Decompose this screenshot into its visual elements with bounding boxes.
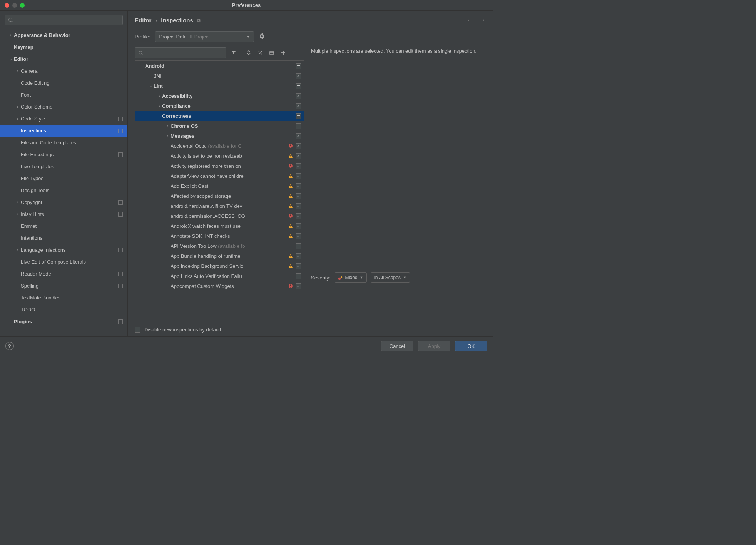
inspection-checkbox[interactable] <box>296 133 301 139</box>
remove-icon[interactable]: — <box>291 48 299 57</box>
disable-new-checkbox[interactable] <box>135 327 140 333</box>
collapse-all-icon[interactable] <box>256 48 264 57</box>
inspection-row[interactable]: AdapterView cannot have childre <box>135 171 304 181</box>
inspection-checkbox[interactable] <box>296 243 301 249</box>
sidebar-item-label: Plugins <box>14 319 32 324</box>
inspection-row[interactable]: Appcompat Custom Widgets <box>135 281 304 291</box>
sidebar-item[interactable]: Code Editing <box>0 77 127 89</box>
sidebar-item[interactable]: TextMate Bundles <box>0 292 127 304</box>
sidebar-item[interactable]: Font <box>0 89 127 101</box>
inspection-row[interactable]: Affected by scoped storage <box>135 191 304 201</box>
inspection-row[interactable]: ›Messages <box>135 131 304 141</box>
sidebar-tree[interactable]: ›Appearance & BehaviorKeymap⌄Editor›Gene… <box>0 29 127 336</box>
inspection-checkbox[interactable] <box>296 283 301 289</box>
inspection-row[interactable]: ⌄Lint <box>135 81 304 91</box>
inspection-checkbox[interactable] <box>296 253 301 259</box>
inspection-checkbox[interactable] <box>296 93 301 99</box>
inspection-label: Activity registered more than on <box>171 163 241 169</box>
inspection-checkbox[interactable] <box>296 143 301 149</box>
inspection-checkbox[interactable] <box>296 183 301 189</box>
sidebar-item[interactable]: Emmet <box>0 220 127 232</box>
cancel-button[interactable]: Cancel <box>381 341 413 351</box>
inspection-checkbox[interactable] <box>296 83 301 89</box>
inspection-row[interactable]: Activity registered more than on <box>135 161 304 171</box>
inspection-checkbox[interactable] <box>296 193 301 199</box>
apply-button[interactable]: Apply <box>418 341 450 351</box>
inspection-row[interactable]: ›Chrome OS <box>135 121 304 131</box>
add-icon[interactable] <box>279 48 288 57</box>
sidebar-item[interactable]: Inspections <box>0 125 127 137</box>
inspection-checkbox[interactable] <box>296 263 301 269</box>
sidebar-search[interactable] <box>5 15 123 25</box>
gear-icon[interactable] <box>259 33 265 40</box>
inspection-row[interactable]: ›Accessibility <box>135 91 304 101</box>
inspection-row[interactable]: android.permission.ACCESS_CO <box>135 211 304 221</box>
inspection-checkbox[interactable] <box>296 113 301 119</box>
inspection-row[interactable]: Activity is set to be non resizeab <box>135 151 304 161</box>
disable-new-row[interactable]: Disable new inspections by default <box>135 327 304 333</box>
severity-scope-select[interactable]: In All Scopes ▼ <box>371 272 410 283</box>
sidebar-item[interactable]: Design Tools <box>0 184 127 196</box>
inspection-row[interactable]: AndroidX watch faces must use <box>135 221 304 231</box>
sidebar-item[interactable]: Live Templates <box>0 160 127 172</box>
inspection-row[interactable]: ⌄Android <box>135 61 304 71</box>
inspection-checkbox[interactable] <box>296 63 301 69</box>
nav-forward-icon[interactable]: → <box>479 16 486 24</box>
sidebar-item[interactable]: ›Inlay Hints <box>0 208 127 220</box>
inspection-checkbox[interactable] <box>296 203 301 209</box>
sidebar-item[interactable]: ›Language Injections <box>0 244 127 256</box>
nav-back-icon[interactable]: ← <box>467 16 473 24</box>
inspection-row[interactable]: Add Explicit Cast <box>135 181 304 191</box>
help-button[interactable]: ? <box>5 342 14 350</box>
inspection-checkbox[interactable] <box>296 273 301 279</box>
inspection-row[interactable]: App Indexing Background Servic <box>135 261 304 271</box>
inspection-checkbox[interactable] <box>296 163 301 169</box>
sidebar-item[interactable]: ›Copyright <box>0 196 127 208</box>
inspection-row[interactable]: ⌄Correctness <box>135 111 304 121</box>
sidebar-item[interactable]: TODO <box>0 304 127 316</box>
sidebar-item[interactable]: Live Edit of Compose Literals <box>0 256 127 268</box>
sidebar-item[interactable]: Keymap <box>0 41 127 53</box>
ok-button[interactable]: OK <box>455 341 487 351</box>
svg-rect-17 <box>290 177 291 177</box>
sidebar-item[interactable]: Reader Mode <box>0 268 127 280</box>
expand-all-icon[interactable] <box>244 48 253 57</box>
sidebar-item[interactable]: Plugins <box>0 316 127 328</box>
inspection-checkbox[interactable] <box>296 73 301 79</box>
inspection-checkbox[interactable] <box>296 173 301 179</box>
inspection-row[interactable]: Accidental Octal (available for C <box>135 141 304 151</box>
sidebar-item[interactable]: File Types <box>0 172 127 184</box>
inspection-row[interactable]: App Links Auto Verification Failu <box>135 271 304 281</box>
breadcrumb: Editor › Inspections ⧉ ← → <box>135 16 486 24</box>
inspection-checkbox[interactable] <box>296 223 301 229</box>
sidebar-item[interactable]: ›Code Style <box>0 113 127 125</box>
inspection-row[interactable]: App Bundle handling of runtime <box>135 251 304 261</box>
sidebar-item[interactable]: ⌄Editor <box>0 53 127 65</box>
inspection-checkbox[interactable] <box>296 213 301 219</box>
reset-icon[interactable]: ⧉ <box>197 18 201 23</box>
sidebar-item[interactable]: File and Code Templates <box>0 137 127 149</box>
inspection-row[interactable]: API Version Too Low (available fo <box>135 241 304 251</box>
inspection-tree[interactable]: ⌄Android ›JNI ⌄Lint ›Accessibility ›Comp… <box>135 60 304 323</box>
sidebar-item[interactable]: File Encodings <box>0 149 127 160</box>
inspection-checkbox[interactable] <box>296 123 301 129</box>
inspection-row[interactable]: ›Compliance <box>135 101 304 111</box>
sidebar-item[interactable]: ›Appearance & Behavior <box>0 29 127 41</box>
sidebar-item[interactable]: ›General <box>0 65 127 77</box>
filter-icon[interactable] <box>229 48 238 57</box>
inspection-row[interactable]: Annotate SDK_INT checks <box>135 231 304 241</box>
sidebar-item-label: Keymap <box>14 44 33 50</box>
sidebar-item[interactable]: Spelling <box>0 280 127 292</box>
sidebar-item[interactable]: ›Color Scheme <box>0 101 127 113</box>
breadcrumb-parent[interactable]: Editor <box>135 17 151 23</box>
reset-default-icon[interactable] <box>268 48 276 57</box>
profile-select[interactable]: Project Default Project ▼ <box>155 31 254 42</box>
sidebar-item[interactable]: Intentions <box>0 232 127 244</box>
inspection-checkbox[interactable] <box>296 233 301 239</box>
inspection-row[interactable]: android.hardware.wifi on TV devi <box>135 201 304 211</box>
inspection-checkbox[interactable] <box>296 153 301 159</box>
inspection-row[interactable]: ›JNI <box>135 71 304 81</box>
inspection-search[interactable] <box>135 47 226 58</box>
inspection-checkbox[interactable] <box>296 103 301 109</box>
severity-select[interactable]: Mixed ▼ <box>335 272 367 283</box>
